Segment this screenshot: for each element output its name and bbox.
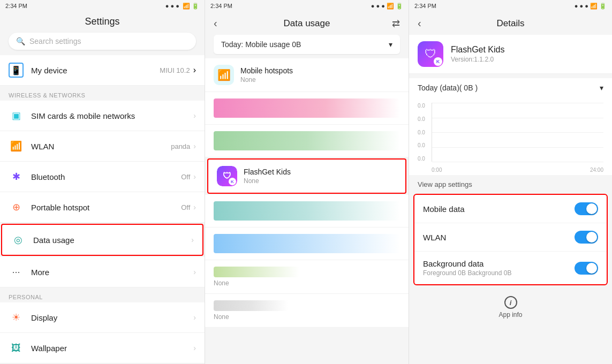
wallpaper-label: Wallpaper: [31, 344, 193, 353]
settings-item-data-usage[interactable]: ◎ Data usage ›: [1, 224, 203, 256]
details-title: Details: [497, 18, 525, 29]
chart-y-labels: 0.0 0.0 0.0 0.0 0.0: [418, 103, 425, 162]
section-header-personal: PERSONAL: [0, 287, 205, 302]
settings-item-bluetooth[interactable]: ✱ Bluetooth Off ›: [0, 162, 205, 192]
info-icon: i: [504, 296, 517, 309]
app-info-label: App info: [498, 311, 522, 318]
time-1: 2:34 PM: [5, 3, 27, 9]
wifi-icon-cyan: 📶: [217, 69, 231, 81]
data-item-2[interactable]: [205, 92, 409, 125]
settings-item-more[interactable]: ··· More ›: [0, 257, 205, 287]
settings-item-sim[interactable]: ▣ SIM cards & mobile networks ›: [0, 101, 205, 131]
my-device-value: MIUI 10.2: [160, 66, 190, 74]
more-chevron: ›: [193, 268, 196, 276]
y-label-4: 0.0: [418, 116, 425, 122]
app-header: 🛡 K FlashGet Kids Version:1.1.2.0: [409, 35, 612, 74]
search-bar[interactable]: 🔍 Search settings: [9, 33, 196, 50]
data-item-hotspot[interactable]: 📶 Mobile hotspots None: [205, 58, 409, 92]
grid-line-1: [432, 103, 603, 103]
data-usage-chevron: ›: [191, 236, 194, 244]
status-bar-1: 2:34 PM ● ● ● 📶 🔋: [0, 0, 205, 12]
wifi-icon: 📶: [9, 139, 24, 154]
wlan-chevron: ›: [193, 142, 196, 150]
back-button-details[interactable]: ‹: [418, 17, 421, 29]
back-button-data[interactable]: ‹: [214, 17, 217, 29]
chevron-icon: ›: [193, 65, 196, 75]
bar-5: [214, 201, 400, 221]
item8-sub: None: [214, 313, 400, 321]
hotspot-app-icon: 📶: [214, 65, 234, 85]
data-item-3[interactable]: [205, 125, 409, 157]
data-list: 📶 Mobile hotspots None 🛡 K Flash: [205, 58, 409, 364]
app-info-section[interactable]: i App info: [409, 290, 612, 325]
display-icon: ☀: [9, 310, 24, 325]
data-usage-label: Data usage: [33, 236, 191, 245]
mobile-data-label: Mobile data: [423, 204, 575, 214]
settings-list: 📱 My device MIUI 10.2 › WIRELESS & NETWO…: [0, 55, 205, 364]
grid-line-4: [432, 147, 603, 148]
period-label: Today (data)( 0B ): [418, 84, 478, 92]
item7-sub: None: [214, 279, 400, 287]
mobile-data-toggle[interactable]: [575, 202, 598, 215]
section-header-wireless: WIRELESS & NETWORKS: [0, 86, 205, 101]
toggle-mobile-data[interactable]: Mobile data: [414, 195, 607, 223]
hotspot-value: Off: [181, 203, 190, 211]
wlan-value: panda: [171, 142, 190, 150]
flashget-app-sub: None: [244, 177, 397, 185]
settings-item-wlan[interactable]: 📶 WLAN panda ›: [0, 131, 205, 162]
bluetooth-label: Bluetooth: [31, 172, 181, 181]
dropdown-label: Today: Mobile usage 0B: [221, 40, 301, 49]
data-period-row[interactable]: Today (data)( 0B ) ▾: [409, 78, 612, 97]
settings-item-my-device[interactable]: 📱 My device MIUI 10.2 ›: [0, 55, 205, 86]
settings-item-wallpaper[interactable]: 🖼 Wallpaper ›: [0, 333, 205, 363]
details-panel: 2:34 PM ● ● ● 📶 🔋 ‹ Details 🛡 K FlashGet…: [409, 0, 612, 364]
data-item-8[interactable]: None: [205, 294, 409, 328]
data-usage-header: ‹ Data usage ⇄: [205, 12, 409, 35]
x-label-start: 0:00: [432, 167, 442, 173]
bg-data-toggle[interactable]: [575, 262, 598, 275]
hotspot-app-sub: None: [240, 76, 400, 84]
toggle-background[interactable]: Background data Foreground 0B Background…: [414, 252, 607, 284]
bar-3: [214, 131, 400, 150]
data-item-flashget[interactable]: 🛡 K FlashGet Kids None: [207, 158, 406, 194]
wlan-label: WLAN: [31, 142, 171, 151]
y-label-5: 0.0: [418, 103, 425, 109]
chart-x-labels: 0:00 24:00: [432, 167, 603, 173]
data-item-6[interactable]: [205, 228, 409, 260]
bluetooth-icon: ✱: [9, 169, 24, 184]
bg-data-main: Background data: [423, 259, 575, 268]
bg-data-label: Background data Foreground 0B Background…: [423, 259, 575, 277]
more-icon: ···: [9, 264, 24, 279]
view-app-settings-label: View app settings: [409, 175, 612, 192]
hotspot-icon: ⊕: [9, 200, 24, 215]
settings-item-display[interactable]: ☀ Display ›: [0, 302, 205, 333]
chart-grid: [432, 103, 603, 162]
data-item-7[interactable]: None: [205, 260, 409, 294]
app-badge: K: [434, 57, 442, 66]
search-input[interactable]: Search settings: [29, 37, 81, 46]
settings-panel: 2:34 PM ● ● ● 📶 🔋 Settings 🔍 Search sett…: [0, 0, 205, 364]
status-icons-1: ● ● ● 📶 🔋: [165, 3, 199, 10]
data-item-5[interactable]: [205, 195, 409, 228]
wlan-toggle[interactable]: [575, 231, 598, 244]
bluetooth-chevron: ›: [193, 172, 196, 181]
period-dropdown-arrow: ▾: [600, 84, 603, 92]
data-period-dropdown[interactable]: Today: Mobile usage 0B ▾: [214, 35, 400, 54]
x-label-end: 24:00: [590, 167, 603, 173]
filter-icon[interactable]: ⇄: [392, 18, 400, 29]
app-version: Version:1.1.2.0: [451, 56, 504, 63]
toggle-wlan[interactable]: WLAN: [414, 223, 607, 252]
settings-item-hotspot[interactable]: ⊕ Portable hotspot Off ›: [0, 192, 205, 223]
data-usage-panel: 2:34 PM ● ● ● 📶 🔋 ‹ Data usage ⇄ Today: …: [205, 0, 409, 364]
bar-6: [214, 234, 400, 253]
flashget-info: FlashGet Kids None: [244, 168, 397, 185]
flashget-badge: K: [229, 178, 236, 185]
hotspot-info: Mobile hotspots None: [240, 66, 400, 84]
bar-7: [214, 267, 299, 277]
hotspot-label: Portable hotspot: [31, 203, 181, 212]
grid-line-3: [432, 132, 603, 133]
bg-data-sub: Foreground 0B Background 0B: [423, 269, 575, 277]
hotspot-chevron: ›: [193, 203, 196, 211]
search-icon: 🔍: [16, 37, 25, 46]
grid-line-5: [432, 162, 603, 162]
